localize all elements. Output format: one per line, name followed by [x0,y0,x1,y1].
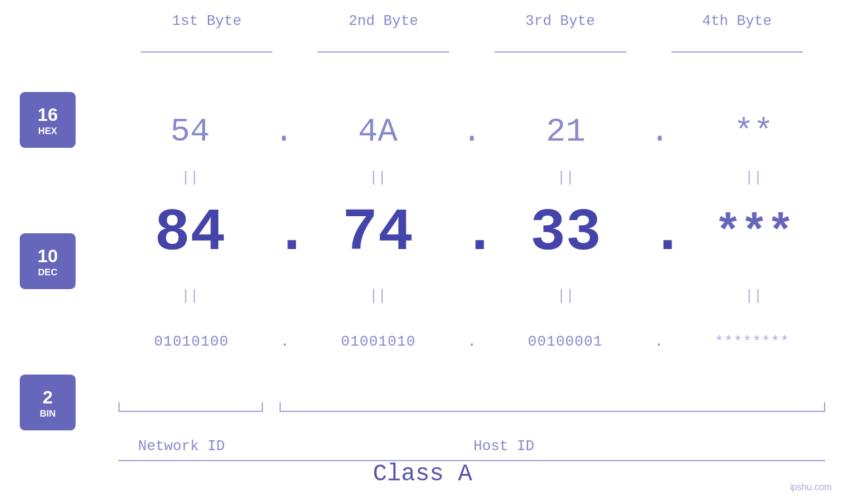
hex-num: 16 [37,104,58,126]
bin-row: 01010100 . 01001010 . 00100001 . *******… [118,315,825,368]
equals2: || [319,170,437,186]
host-id-label: Host ID [473,438,534,455]
byte4-header: 4th Byte [665,13,809,30]
dec-num: 10 [37,246,58,267]
bin-dot1: . [275,334,295,350]
bracket-byte3 [495,51,626,53]
bracket-lines-top [118,51,825,53]
bin-label: 2 BIN [20,375,76,430]
dec-val2: 74 [319,200,437,267]
byte-headers: 1st Byte 2nd Byte 3rd Byte 4th Byte [118,13,825,30]
watermark: ipshu.com [790,482,832,492]
byte2-header: 2nd Byte [311,13,456,30]
bracket-byte4 [671,51,803,53]
bin-dot2: . [462,334,481,350]
bracket-byte2 [318,51,449,53]
dec-val1: 84 [131,200,249,267]
byte3-header: 3rd Byte [488,13,633,30]
bin-val1: 01010100 [129,334,254,350]
dec-dot2: . [462,200,481,267]
bracket-byte1 [141,51,272,53]
bottom-brackets [118,402,825,415]
dec-text: DEC [38,267,58,277]
rows-container: 54 . 4A . 21 . ** || || || || 84 . 74 . … [118,66,825,368]
equals-row1: || || || || [118,164,825,191]
hex-val2: 4A [319,113,437,150]
hex-text: HEX [38,126,57,136]
hex-val3: 21 [506,113,625,150]
dec-dot3: . [650,200,669,267]
dec-val4: *** [694,208,813,260]
equals-row2: || || || || [118,283,825,309]
host-bracket [279,402,825,412]
hex-dot1: . [274,113,294,150]
dec-row: 84 . 74 . 33 . *** [118,191,825,276]
bin-num: 2 [43,387,53,408]
dec-dot1: . [274,200,294,267]
equals6: || [319,288,437,304]
bin-val4: ******** [690,334,815,350]
main-container: 1st Byte 2nd Byte 3rd Byte 4th Byte 16 H… [0,0,845,504]
dec-label: 10 DEC [20,233,76,289]
bin-val3: 00100001 [503,334,628,350]
hex-row: 54 . 4A . 21 . ** [118,99,825,164]
hex-label: 16 HEX [20,92,76,148]
bin-text: BIN [39,408,55,419]
equals1: || [131,170,249,186]
equals4: || [694,170,813,186]
network-id-label: Network ID [138,438,225,455]
class-label: Class A [0,461,845,488]
dec-val3: 33 [506,200,625,267]
equals5: || [131,288,249,304]
hex-val4: ** [694,113,813,150]
hex-val1: 54 [131,113,249,150]
base-labels: 16 HEX 10 DEC 2 BIN [20,92,76,430]
hex-dot2: . [462,113,481,150]
equals3: || [506,170,625,186]
network-bracket [118,402,263,412]
bin-val2: 01001010 [316,334,441,350]
byte1-header: 1st Byte [134,13,279,30]
equals8: || [694,288,813,304]
hex-dot3: . [650,113,669,150]
bin-dot3: . [649,334,669,350]
equals7: || [506,288,625,304]
